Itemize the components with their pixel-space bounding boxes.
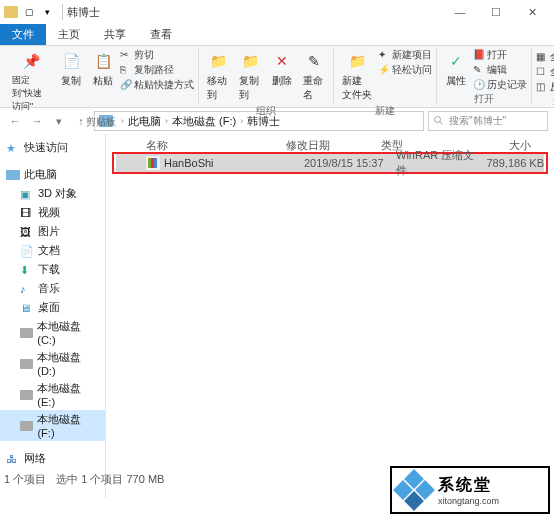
window-title: 韩博士 <box>67 5 100 20</box>
disk-icon <box>20 359 33 369</box>
tree-diskc[interactable]: 本地磁盘 (C:) <box>0 317 105 348</box>
watermark-logo <box>396 472 432 508</box>
copy-icon: 📄 <box>60 50 82 72</box>
file-name: HanBoShi <box>164 157 304 169</box>
explorer-window: ▢ ▾ 韩博士 — ☐ ✕ 文件 主页 共享 查看 📌固定到"快速访问" 📄复制… <box>0 0 554 522</box>
history-button[interactable]: 🕑历史记录 <box>473 78 527 92</box>
separator <box>62 4 63 20</box>
tab-file[interactable]: 文件 <box>0 24 46 45</box>
tree-videos[interactable]: 🎞视频 <box>0 203 105 222</box>
svg-rect-3 <box>148 158 151 168</box>
tab-share[interactable]: 共享 <box>92 24 138 45</box>
open-button[interactable]: 📕打开 <box>473 48 527 62</box>
newfolder-button[interactable]: 📁新建 文件夹 <box>338 48 376 104</box>
file-size: 789,186 KB <box>484 157 544 169</box>
newitem-button[interactable]: ✦新建项目 <box>378 48 432 62</box>
tree-documents[interactable]: 📄文档 <box>0 241 105 260</box>
selectnone-button[interactable]: ☐全部取消 <box>536 65 554 79</box>
rename-icon: ✎ <box>303 50 325 72</box>
watermark: 系统堂 xitongtang.com <box>390 466 550 514</box>
qat-item[interactable]: ▢ <box>22 5 36 19</box>
ribbon-clipboard-group: 📌固定到"快速访问" 📄复制 📋粘贴 ✂剪切 ⎘复制路径 🔗粘贴快捷方式 剪贴板 <box>4 48 199 105</box>
new-side: ✦新建项目 ⚡轻松访问 <box>378 48 432 104</box>
ribbon: 📌固定到"快速访问" 📄复制 📋粘贴 ✂剪切 ⎘复制路径 🔗粘贴快捷方式 剪贴板… <box>0 46 554 108</box>
tree-diske[interactable]: 本地磁盘 (E:) <box>0 379 105 410</box>
window-controls: — ☐ ✕ <box>442 0 550 24</box>
status-bar: 1 个项目 选中 1 个项目 770 MB <box>4 472 164 487</box>
download-icon: ⬇ <box>20 264 34 276</box>
selectall-button[interactable]: ▦全部选择 <box>536 50 554 64</box>
paste-shortcut-button[interactable]: 🔗粘贴快捷方式 <box>120 78 194 92</box>
tree-network[interactable]: 🖧网络 <box>0 449 105 468</box>
disk-icon <box>20 390 33 400</box>
tree-diskd[interactable]: 本地磁盘 (D:) <box>0 348 105 379</box>
cube-icon: ▣ <box>20 188 34 200</box>
tree-thispc[interactable]: 此电脑 <box>0 165 105 184</box>
select-side: ▦全部选择 ☐全部取消 ◫反向选择 <box>536 48 554 94</box>
paste-icon: 📋 <box>92 50 114 72</box>
network-icon: 🖧 <box>6 453 20 465</box>
tree-desktop[interactable]: 🖥桌面 <box>0 298 105 317</box>
ribbon-organize-group: 📁移动到 📁复制到 ✕删除 ✎重命名 组织 <box>199 48 334 105</box>
invert-icon: ◫ <box>536 81 548 93</box>
tab-home[interactable]: 主页 <box>46 24 92 45</box>
col-date[interactable]: 修改日期 <box>286 138 381 153</box>
file-type: WinRAR 压缩文件 <box>396 148 484 178</box>
svg-rect-4 <box>151 158 154 168</box>
shortcut-icon: 🔗 <box>120 79 132 91</box>
pin-icon: 📌 <box>20 50 42 72</box>
status-count: 1 个项目 <box>4 472 46 487</box>
music-icon: ♪ <box>20 283 34 295</box>
tree-pictures[interactable]: 🖼图片 <box>0 222 105 241</box>
copy-button[interactable]: 📄复制 <box>56 48 86 115</box>
maximize-button[interactable]: ☐ <box>478 0 514 24</box>
tree-music[interactable]: ♪音乐 <box>0 279 105 298</box>
pin-button[interactable]: 📌固定到"快速访问" <box>8 48 54 115</box>
move-button[interactable]: 📁移动到 <box>203 48 233 104</box>
file-row[interactable]: HanBoShi 2019/8/15 15:37 WinRAR 压缩文件 789… <box>116 154 544 172</box>
move-icon: 📁 <box>207 50 229 72</box>
status-selected: 选中 1 个项目 770 MB <box>56 472 164 487</box>
rename-button[interactable]: ✎重命名 <box>299 48 329 104</box>
desktop-icon: 🖥 <box>20 302 34 314</box>
properties-button[interactable]: ✓属性 <box>441 48 471 92</box>
selectall-icon: ▦ <box>536 51 548 63</box>
tree-3d[interactable]: ▣3D 对象 <box>0 184 105 203</box>
crumb-thispc[interactable]: 此电脑 <box>128 114 161 129</box>
search-input[interactable]: 搜索"韩博士" <box>428 111 548 131</box>
path-icon: ⎘ <box>120 64 132 76</box>
close-button[interactable]: ✕ <box>514 0 550 24</box>
copy-path-button[interactable]: ⎘复制路径 <box>120 63 194 77</box>
easyaccess-button[interactable]: ⚡轻松访问 <box>378 63 432 77</box>
disk-icon <box>20 328 33 338</box>
newitem-icon: ✦ <box>378 49 390 61</box>
file-area[interactable]: 名称 修改日期 类型 大小 HanBoShi 2019/8/15 15:37 W… <box>106 134 554 498</box>
ribbon-open-group: ✓属性 📕打开 ✎编辑 🕑历史记录 打开 <box>437 48 532 105</box>
edit-button[interactable]: ✎编辑 <box>473 63 527 77</box>
svg-line-1 <box>440 122 443 125</box>
copyto-button[interactable]: 📁复制到 <box>235 48 265 104</box>
tab-view[interactable]: 查看 <box>138 24 184 45</box>
easyaccess-icon: ⚡ <box>378 64 390 76</box>
tree-downloads[interactable]: ⬇下载 <box>0 260 105 279</box>
delete-icon: ✕ <box>271 50 293 72</box>
chevron-icon: › <box>121 116 124 126</box>
delete-button[interactable]: ✕删除 <box>267 48 297 104</box>
tree-quick[interactable]: ★快速访问 <box>0 138 105 157</box>
paste-button[interactable]: 📋粘贴 <box>88 48 118 115</box>
cut-button[interactable]: ✂剪切 <box>120 48 194 62</box>
col-name[interactable]: 名称 <box>146 138 286 153</box>
minimize-button[interactable]: — <box>442 0 478 24</box>
crumb-drive[interactable]: 本地磁盘 (F:) <box>172 114 236 129</box>
disk-icon <box>20 421 33 431</box>
rar-icon <box>146 156 160 170</box>
svg-point-0 <box>435 117 441 123</box>
ribbon-select-group: ▦全部选择 ☐全部取消 ◫反向选择 选择 <box>532 48 554 105</box>
selectnone-icon: ☐ <box>536 66 548 78</box>
qat-item[interactable]: ▾ <box>40 5 54 19</box>
tree-diskf[interactable]: 本地磁盘 (F:) <box>0 410 105 441</box>
copyto-icon: 📁 <box>239 50 261 72</box>
ribbon-tabs: 文件 主页 共享 查看 <box>0 24 554 46</box>
folder-icon <box>4 6 18 18</box>
invert-button[interactable]: ◫反向选择 <box>536 80 554 94</box>
